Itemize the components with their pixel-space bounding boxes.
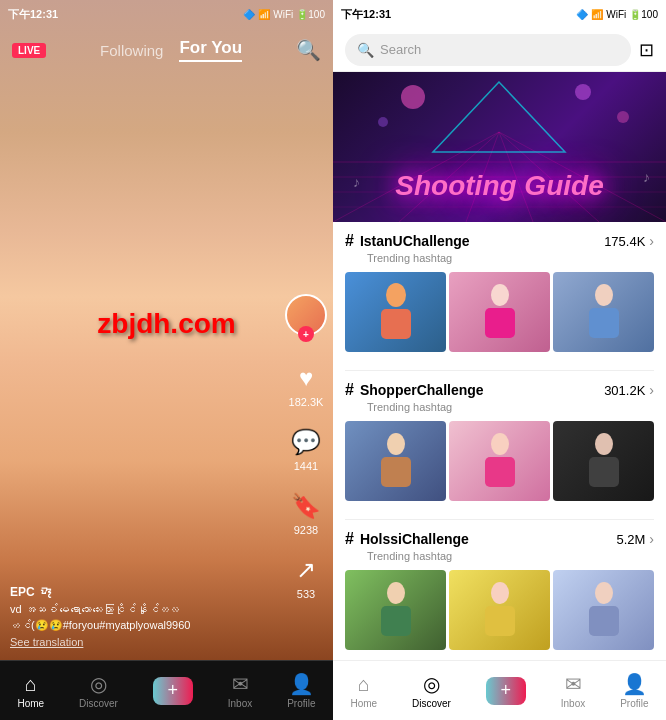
svg-point-14 [378,117,388,127]
nav-home[interactable]: ⌂ Home [17,673,44,709]
nav-discover[interactable]: ◎ Discover [79,672,118,709]
right-wifi-icon: WiFi [606,9,626,20]
rnav-profile-label: Profile [620,698,648,709]
right-panel: 下午12:31 🔷 📶 WiFi 🔋100 🔍 Search ⊡ [333,0,666,720]
right-scroll-area[interactable]: ♪ ♪ Shooting Guide # IstanUChallenge 175… [333,72,666,660]
rnav-inbox-icon: ✉ [565,672,582,696]
trend-3-header: # HolssiChallenge 5.2M › [345,530,654,548]
trend2-person-2 [449,421,550,501]
home-label: Home [17,698,44,709]
trend-2-thumb-3[interactable] [553,421,654,501]
nav-inbox[interactable]: ✉ Inbox [228,672,252,709]
rnav-home[interactable]: ⌂ Home [350,673,377,709]
comment-group: 💬 1441 [290,426,322,472]
rnav-discover[interactable]: ◎ Discover [412,672,451,709]
trend-3-count: 5.2M [616,532,645,547]
trend2-person-1 [345,421,446,501]
trend3-person-2 [449,570,550,650]
rnav-create[interactable]: + [486,677,526,705]
tab-following[interactable]: Following [100,42,163,59]
right-time: 下午12:31 [341,7,391,22]
trend-2-count-row: 301.2K › [604,382,654,398]
svg-point-21 [595,284,613,306]
thumb-person-2 [449,272,550,352]
trend-2-count: 301.2K [604,383,645,398]
comment-icon[interactable]: 💬 [290,426,322,458]
svg-point-23 [387,433,405,455]
trend-2-thumb-1[interactable] [345,421,446,501]
trend-1-thumb-1[interactable] [345,272,446,352]
search-input-area[interactable]: 🔍 Search [345,34,631,66]
see-translation[interactable]: See translation [10,636,283,648]
nav-create[interactable]: + [153,677,193,705]
svg-point-17 [386,283,406,307]
bookmark-group: 🔖 9238 [290,490,322,536]
svg-rect-18 [381,309,411,339]
discover-icon: ◎ [90,672,107,696]
trend-1-count-row: 175.4K › [604,233,654,249]
svg-rect-26 [485,457,515,487]
left-bottom-nav: ⌂ Home ◎ Discover + ✉ Inbox 👤 Profile [0,660,333,720]
caption-line2: ဟင်(😢😢#foryou#myatplyowal9960 [10,619,190,631]
trend-2-name[interactable]: ShopperChallenge [360,382,484,398]
right-signal-icon: 📶 [591,9,603,20]
trend-2-sub: Trending hashtag [345,401,654,413]
trend-2: # ShopperChallenge 301.2K › Trending has… [333,371,666,519]
fullscreen-icon[interactable]: ⊡ [639,39,654,61]
trend3-person-1 [345,570,446,650]
rnav-profile[interactable]: 👤 Profile [620,672,648,709]
trend-3-thumb-1[interactable] [345,570,446,650]
heart-icon[interactable]: ♥ [290,362,322,394]
search-icon[interactable]: 🔍 [296,38,321,62]
rnav-home-label: Home [350,698,377,709]
rnav-discover-label: Discover [412,698,451,709]
create-plus-icon[interactable]: + [153,677,193,705]
svg-marker-10 [433,82,565,152]
share-count: 533 [297,588,315,600]
trend-3-thumb-2[interactable] [449,570,550,650]
trend-3-arrow: › [649,531,654,547]
rnav-home-icon: ⌂ [358,673,370,696]
trend-1-thumb-2[interactable] [449,272,550,352]
tab-foryou[interactable]: For You [179,38,242,62]
trend-2-thumb-2[interactable] [449,421,550,501]
comments-count: 1441 [294,460,318,472]
svg-point-33 [595,582,613,604]
trend-3-count-row: 5.2M › [616,531,654,547]
svg-point-12 [575,84,591,100]
nav-profile[interactable]: 👤 Profile [287,672,315,709]
discover-label: Discover [79,698,118,709]
trend-3-thumb-3[interactable] [553,570,654,650]
rnav-plus-icon[interactable]: + [486,677,526,705]
likes-count: 182.3K [289,396,324,408]
svg-rect-34 [589,606,619,636]
trend-3-name[interactable]: HolssiChallenge [360,531,469,547]
left-status-bar: 下午12:31 🔷 📶 WiFi 🔋100 [0,0,333,28]
right-sidebar: + ♥ 182.3K 💬 1441 🔖 9238 ↗ 533 [285,294,327,600]
creator-avatar-wrapper: + [285,294,327,336]
rnav-inbox[interactable]: ✉ Inbox [561,672,585,709]
svg-point-19 [491,284,509,306]
svg-text:♪: ♪ [353,174,360,190]
profile-icon: 👤 [289,672,314,696]
share-group: ↗ 533 [290,554,322,600]
svg-rect-20 [485,308,515,338]
banner-title: Shooting Guide [395,170,603,202]
signal-icon: 📶 [258,9,270,20]
share-icon[interactable]: ↗ [290,554,322,586]
left-time: 下午12:31 [8,7,58,22]
trend-1-thumb-3[interactable] [553,272,654,352]
like-group: ♥ 182.3K [289,362,324,408]
trend-1-name[interactable]: IstanUChallenge [360,233,470,249]
trend-2-thumbnails [345,421,654,501]
bookmark-icon[interactable]: 🔖 [290,490,322,522]
trend-3-thumbnails [345,570,654,650]
caption-username: EPC ᮙ᮪ [10,585,283,599]
rnav-inbox-label: Inbox [561,698,585,709]
svg-point-31 [491,582,509,604]
svg-point-29 [387,582,405,604]
follow-plus-badge[interactable]: + [298,326,314,342]
trend-1-sub: Trending hashtag [345,252,654,264]
trend-2-header: # ShopperChallenge 301.2K › [345,381,654,399]
trend-3-title-row: # HolssiChallenge [345,530,469,548]
